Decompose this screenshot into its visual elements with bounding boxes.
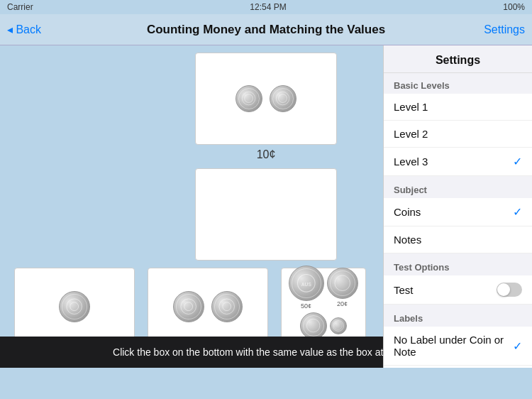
svg-point-4 xyxy=(67,299,82,315)
coins-label: Coins xyxy=(394,206,421,218)
instruction-text: Click the box on the bottom with the sam… xyxy=(113,346,419,358)
settings-item-notes[interactable]: Notes xyxy=(384,226,532,253)
bottom-card-1[interactable] xyxy=(14,268,135,346)
svg-point-0 xyxy=(243,92,255,105)
section-header-basic-levels: Basic Levels xyxy=(384,73,532,94)
settings-item-level1[interactable]: Level 1 xyxy=(384,94,532,121)
middle-card[interactable] xyxy=(195,168,337,261)
carrier-label: Carrier xyxy=(7,2,33,12)
back-button[interactable]: ◂ Back xyxy=(7,23,41,36)
settings-panel: Settings Basic Levels Level 1 Level 2 Le… xyxy=(383,45,532,368)
bottom-card-1-coins xyxy=(53,268,96,345)
battery-label: 100% xyxy=(503,2,525,12)
coin-wrapper xyxy=(211,291,243,322)
coin-10c-3 xyxy=(300,312,327,339)
svg-point-1 xyxy=(245,94,253,103)
svg-point-14 xyxy=(334,322,342,329)
coin-50c: AUS xyxy=(289,266,324,301)
svg-point-6 xyxy=(181,299,196,315)
settings-item-coins[interactable]: Coins ✓ xyxy=(384,198,532,226)
settings-group-labels: Labels No Label under Coin or Note ✓ Num… xyxy=(384,306,532,368)
time-label: 12:54 PM xyxy=(250,2,286,12)
coin-10c-1 xyxy=(59,291,90,322)
top-card-coins xyxy=(230,53,302,144)
settings-item-level2[interactable]: Level 2 xyxy=(384,121,532,148)
level3-label: Level 3 xyxy=(394,155,428,168)
nav-bar: ◂ Back Counting Money and Matching the V… xyxy=(0,14,532,45)
settings-group-test: Test Options Test xyxy=(384,255,532,305)
svg-point-9 xyxy=(223,302,231,311)
bottom-card-3[interactable]: AUS 50¢ 20¢ 10¢ xyxy=(281,268,366,346)
top-card[interactable] xyxy=(195,53,337,145)
svg-point-7 xyxy=(184,302,193,311)
bottom-card-2[interactable] xyxy=(148,268,268,346)
settings-item-numerical-label[interactable]: Numerical Label under Coin or Note xyxy=(384,366,532,368)
svg-text:AUS: AUS xyxy=(301,282,311,287)
svg-point-8 xyxy=(219,299,235,315)
svg-point-12 xyxy=(335,275,350,291)
no-label-checkmark: ✓ xyxy=(513,339,522,353)
section-header-test: Test Options xyxy=(384,255,532,275)
coin-wrapper xyxy=(59,291,90,322)
level3-checkmark: ✓ xyxy=(513,155,522,168)
bottom-card-2-coins xyxy=(167,268,248,345)
section-header-labels: Labels xyxy=(384,306,532,327)
svg-point-2 xyxy=(277,92,289,105)
coin-5c-1 xyxy=(235,85,262,112)
top-card-label: 10¢ xyxy=(257,148,276,161)
section-header-subject: Subject xyxy=(384,177,532,198)
settings-button[interactable]: Settings xyxy=(484,23,525,36)
test-label: Test xyxy=(394,284,414,296)
level1-label: Level 1 xyxy=(394,101,428,113)
coin-label-20c: 20¢ xyxy=(337,300,348,307)
svg-point-3 xyxy=(279,94,287,103)
coin-20c xyxy=(327,268,358,299)
coins-checkmark: ✓ xyxy=(513,205,522,219)
coin-10c-2b xyxy=(211,291,243,322)
svg-point-5 xyxy=(70,302,79,311)
coin-wrapper xyxy=(173,291,204,322)
test-toggle[interactable] xyxy=(497,283,522,297)
page-title: Counting Money and Matching the Values xyxy=(147,23,385,37)
svg-point-10 xyxy=(297,275,315,293)
settings-group-basic-levels: Basic Levels Level 1 Level 2 Level 3 ✓ xyxy=(384,73,532,176)
coin-5c-2 xyxy=(270,85,297,112)
coin-label-50c: 50¢ xyxy=(301,302,311,310)
notes-label: Notes xyxy=(394,234,421,246)
coin-10c-2a xyxy=(173,291,204,322)
coin-wrapper: 20¢ xyxy=(327,268,358,307)
settings-item-test[interactable]: Test xyxy=(384,275,532,305)
coin-wrapper xyxy=(235,85,262,112)
status-bar: Carrier 12:54 PM 100% xyxy=(0,0,532,14)
svg-point-13 xyxy=(306,319,319,332)
coin-5c-3 xyxy=(330,317,347,334)
settings-group-subject: Subject Coins ✓ Notes xyxy=(384,177,532,253)
settings-item-no-label[interactable]: No Label under Coin or Note ✓ xyxy=(384,327,532,366)
no-label-text: No Label under Coin or Note xyxy=(394,334,513,358)
settings-panel-title: Settings xyxy=(384,45,532,73)
settings-item-level3[interactable]: Level 3 ✓ xyxy=(384,148,532,176)
level2-label: Level 2 xyxy=(394,128,428,140)
coin-wrapper xyxy=(270,85,297,112)
coin-wrapper: AUS 50¢ xyxy=(289,266,324,310)
